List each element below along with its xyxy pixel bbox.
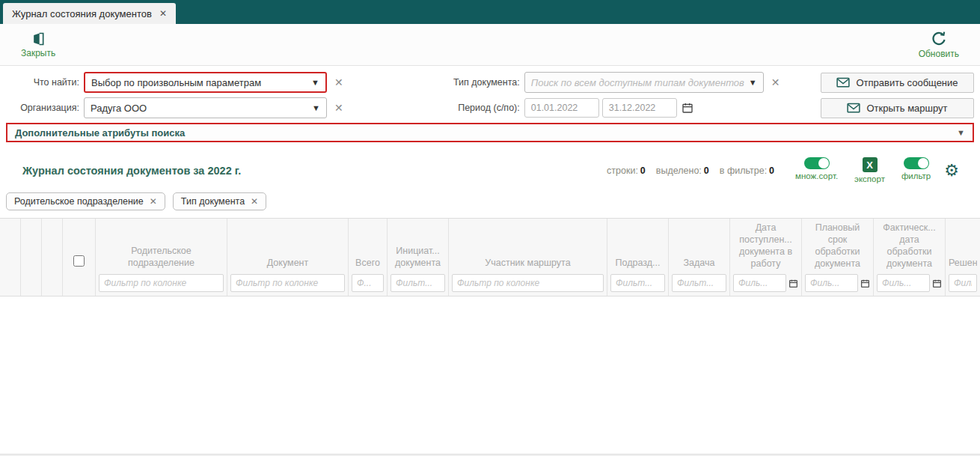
chevron-down-icon: ▼	[749, 78, 757, 87]
filter-chips: Родительское подразделение ✕ Тип докумен…	[0, 189, 980, 218]
organization-label: Организация:	[6, 103, 84, 113]
envelope-icon	[836, 77, 850, 88]
column-filter-input[interactable]	[99, 274, 224, 292]
filter-row-1: Что найти: Выбор по произвольным парамет…	[6, 72, 974, 93]
column-filter-input[interactable]	[230, 274, 345, 292]
select-all-column	[63, 219, 96, 296]
filter-toggle[interactable]: фильтр	[901, 157, 931, 180]
organization-value: Радуга ООО	[91, 103, 147, 114]
column-filter-input[interactable]	[610, 274, 665, 292]
grid-stats: строки:0 выделено:0 в фильтре:0	[607, 165, 774, 176]
column-total: Всего	[349, 219, 388, 296]
refresh-button[interactable]: Обновить	[919, 31, 959, 59]
doc-type-placeholder: Поиск по всем доступным типам документов	[531, 77, 744, 88]
column-filter-input[interactable]	[949, 274, 977, 292]
additional-attributes-panel[interactable]: Дополнительные атрибуты поиска ▼	[6, 123, 974, 142]
chevron-down-icon: ▼	[311, 78, 319, 87]
filtered-stat: в фильтре:0	[720, 165, 774, 176]
exit-door-icon	[31, 31, 46, 46]
column-subdivision: Подразд...	[607, 219, 669, 296]
tab-bar: Журнал состояния документов ✕	[0, 0, 980, 24]
rows-stat: строки:0	[607, 165, 646, 176]
open-route-label: Открыть маршрут	[866, 103, 947, 114]
column-actual-date: Фактическ... дата обработки документа	[874, 219, 946, 296]
send-message-button[interactable]: Отправить сообщение	[821, 73, 974, 93]
refresh-button-label: Обновить	[919, 49, 959, 59]
doc-type-clear-icon[interactable]: ✕	[771, 76, 780, 88]
chip-close-icon[interactable]: ✕	[150, 196, 157, 207]
empty-column	[42, 219, 63, 296]
column-task: Задача	[669, 219, 730, 296]
calendar-icon[interactable]	[932, 279, 942, 288]
doc-type-dropdown[interactable]: Поиск по всем доступным типам документов…	[524, 72, 764, 93]
chip-parent-division[interactable]: Родительское подразделение ✕	[6, 192, 165, 210]
filter-area: Что найти: Выбор по произвольным парамет…	[0, 66, 980, 147]
organization-clear-icon[interactable]: ✕	[334, 102, 343, 114]
column-route-participant: Участник маршрута	[449, 219, 607, 296]
what-find-dropdown[interactable]: Выбор по произвольным параметрам ▼	[84, 72, 327, 93]
column-planned-date: Плановый срок обработки документа	[802, 219, 874, 296]
selected-stat: выделено:0	[656, 165, 709, 176]
table-body	[0, 297, 980, 454]
close-button[interactable]: Закрыть	[21, 31, 55, 58]
open-route-button[interactable]: Открыть маршрут	[821, 98, 974, 118]
export-button[interactable]: X экспорт	[854, 157, 885, 183]
envelope-icon	[847, 103, 860, 113]
period-from-input[interactable]	[524, 98, 599, 118]
multi-sort-toggle[interactable]: множ.сорт.	[795, 157, 838, 180]
calendar-icon[interactable]	[860, 279, 870, 288]
column-filter-input[interactable]	[452, 274, 604, 292]
column-decision: Решен...	[946, 219, 980, 296]
what-find-value: Выбор по произвольным параметрам	[91, 77, 261, 88]
chip-label: Тип документа	[181, 196, 245, 207]
filter-toggle-label: фильтр	[901, 171, 931, 180]
calendar-icon[interactable]	[788, 279, 798, 288]
grid-header: Журнал состояния документов за 2022 г. с…	[0, 147, 980, 189]
grid-title: Журнал состояния документов за 2022 г.	[22, 165, 241, 177]
chip-close-icon[interactable]: ✕	[251, 196, 258, 207]
export-label: экспорт	[854, 174, 885, 183]
chip-label: Родительское подразделение	[14, 196, 144, 207]
gear-icon[interactable]: ⚙	[944, 163, 959, 178]
tab-title: Журнал состояния документов	[12, 8, 152, 19]
send-message-label: Отправить сообщение	[856, 77, 958, 88]
column-filter-input[interactable]	[352, 274, 384, 292]
empty-column	[0, 219, 21, 296]
column-parent-division: Родительское подразделение	[96, 219, 227, 296]
organization-dropdown[interactable]: Радуга ООО ▼	[84, 97, 327, 118]
doc-type-label: Тип документа:	[441, 77, 524, 88]
chip-doc-type[interactable]: Тип документа ✕	[173, 192, 266, 210]
what-find-label: Что найти:	[6, 77, 84, 88]
toggle-on-icon[interactable]	[804, 157, 830, 169]
multi-sort-label: множ.сорт.	[795, 171, 838, 180]
tab-close-icon[interactable]: ✕	[159, 8, 167, 19]
column-filter-input[interactable]	[672, 274, 726, 292]
excel-icon: X	[863, 157, 878, 172]
toggle-on-icon[interactable]	[904, 157, 929, 169]
column-filter-input[interactable]	[733, 274, 786, 292]
column-document: Документ	[227, 219, 349, 296]
table-header-row: Родительское подразделение Документ Всег…	[0, 219, 980, 297]
chevron-down-icon: ▼	[312, 103, 320, 112]
column-filter-input[interactable]	[805, 274, 858, 292]
documents-table: Родительское подразделение Документ Всег…	[0, 218, 980, 456]
grid-controls: множ.сорт. X экспорт фильтр	[795, 157, 931, 183]
close-button-label: Закрыть	[21, 48, 55, 58]
refresh-icon	[931, 31, 947, 47]
period-label: Период (с/по):	[441, 103, 524, 113]
what-find-clear-icon[interactable]: ✕	[334, 76, 343, 88]
period-to-input[interactable]	[602, 98, 677, 118]
select-all-checkbox[interactable]	[73, 255, 85, 267]
main-toolbar: Закрыть Обновить	[0, 24, 980, 66]
column-filter-input[interactable]	[877, 274, 930, 292]
additional-attributes-label: Дополнительные атрибуты поиска	[15, 127, 185, 139]
column-filter-input[interactable]	[391, 274, 445, 292]
tab-journal[interactable]: Журнал состояния документов ✕	[3, 3, 176, 24]
chevron-down-icon: ▼	[957, 128, 965, 137]
column-date-received: Дата поступлен... документа в работу	[730, 219, 802, 296]
column-initiator: Инициат... документа	[388, 219, 449, 296]
filter-row-2: Организация: Радуга ООО ▼ ✕ Период (с/по…	[6, 97, 974, 118]
empty-column	[21, 219, 42, 296]
calendar-icon[interactable]	[682, 102, 693, 114]
